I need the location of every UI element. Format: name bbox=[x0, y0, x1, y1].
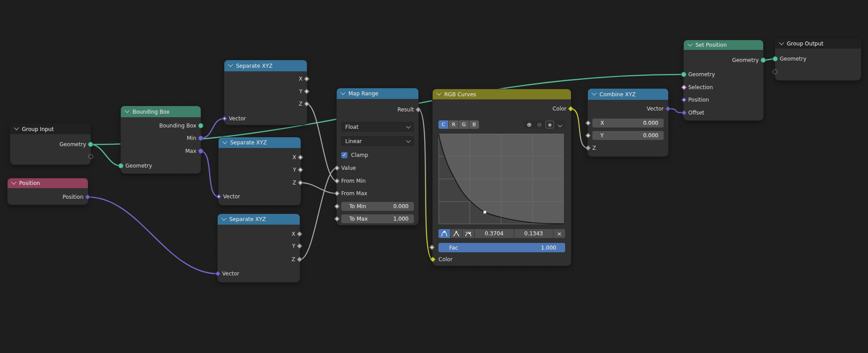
node-separate-xyz-2[interactable]: Separate XYZ X Y Z Vector bbox=[219, 137, 301, 205]
node-header[interactable]: Map Range bbox=[337, 88, 418, 99]
node-header[interactable]: RGB Curves bbox=[433, 89, 571, 99]
collapse-chevron-icon[interactable] bbox=[687, 41, 692, 46]
node-position[interactable]: Position Position bbox=[8, 178, 88, 205]
auto-clamped-handle-button[interactable] bbox=[463, 229, 474, 238]
socket-label: Position bbox=[62, 194, 83, 200]
to-min-field[interactable]: To Min 0.000 bbox=[341, 202, 414, 211]
node-header[interactable]: Group Input bbox=[10, 124, 91, 134]
socket-label: Geometry bbox=[125, 163, 152, 169]
chevron-down-icon bbox=[406, 138, 411, 143]
node-header[interactable]: Separate XYZ bbox=[218, 214, 300, 225]
node-header[interactable]: Separate XYZ bbox=[224, 60, 307, 71]
vector-handle-button[interactable] bbox=[451, 229, 462, 238]
point-y-field[interactable]: 0.1343 bbox=[514, 229, 554, 238]
geometry-input-socket[interactable] bbox=[681, 72, 686, 77]
node-bounding-box[interactable]: Bounding Box Bounding Box Min Max Geomet… bbox=[121, 106, 201, 173]
collapse-chevron-icon[interactable] bbox=[779, 40, 784, 45]
socket-label: Z bbox=[293, 180, 296, 186]
collapse-chevron-icon[interactable] bbox=[14, 125, 19, 130]
min-output-socket[interactable] bbox=[198, 135, 203, 141]
point-x-field[interactable]: 0.3704 bbox=[475, 229, 514, 238]
channel-r-button[interactable]: R bbox=[449, 120, 459, 129]
collapse-chevron-icon[interactable] bbox=[436, 90, 441, 95]
to-max-row: To Max 1.000 bbox=[341, 214, 414, 223]
node-header[interactable]: Combine XYZ bbox=[588, 89, 668, 100]
node-header[interactable]: Separate XYZ bbox=[219, 137, 301, 148]
channel-buttons: C R G B bbox=[438, 120, 479, 129]
channel-b-button[interactable]: B bbox=[469, 120, 479, 129]
curve-editor[interactable] bbox=[438, 134, 564, 224]
channel-c-button[interactable]: C bbox=[438, 120, 448, 129]
socket-label: Offset bbox=[688, 110, 704, 116]
collapse-chevron-icon[interactable] bbox=[228, 62, 233, 67]
data-type-dropdown[interactable]: Float bbox=[341, 122, 414, 131]
wire-max-to-separate2 bbox=[201, 151, 219, 197]
channel-g-button[interactable]: G bbox=[459, 120, 469, 129]
bounding-box-output-socket[interactable] bbox=[198, 123, 203, 128]
collapse-chevron-icon[interactable] bbox=[11, 179, 16, 184]
collapse-chevron-icon[interactable] bbox=[591, 90, 596, 95]
geometry-output-socket[interactable] bbox=[761, 57, 766, 63]
socket-label: Y bbox=[299, 88, 302, 94]
to-max-field[interactable]: To Max 1.000 bbox=[341, 214, 414, 223]
socket-row-max-out: Max bbox=[125, 147, 196, 156]
zoom-in-icon[interactable]: ⊕ bbox=[524, 120, 534, 129]
collapse-chevron-icon[interactable] bbox=[340, 90, 345, 94]
node-group-output[interactable]: Group Output Geometry bbox=[775, 39, 861, 80]
dropdown-value: Float bbox=[345, 124, 359, 130]
field-label: X bbox=[600, 120, 604, 126]
zoom-out-icon[interactable]: ⊖ bbox=[534, 120, 545, 129]
socket-label: From Min bbox=[341, 178, 366, 184]
node-header[interactable]: Set Position bbox=[684, 40, 763, 50]
node-map-range[interactable]: Map Range Result Float Linear ✓ Clamp Va… bbox=[337, 88, 418, 225]
virtual-input-socket[interactable] bbox=[773, 70, 777, 74]
delete-point-button[interactable]: × bbox=[554, 229, 565, 238]
curve-plot bbox=[438, 134, 564, 224]
field-label: To Min bbox=[349, 203, 366, 209]
x-field[interactable]: X 0.000 bbox=[592, 119, 664, 127]
socket-row-min-out: Min bbox=[125, 134, 196, 143]
geometry-input-socket[interactable] bbox=[118, 163, 124, 168]
socket-label: Max bbox=[185, 148, 196, 154]
node-separate-xyz-1[interactable]: Separate XYZ X Y Z Vector bbox=[224, 60, 307, 125]
auto-handle-button[interactable] bbox=[438, 229, 450, 238]
tools-menu-button[interactable] bbox=[555, 120, 565, 129]
collapse-chevron-icon[interactable] bbox=[222, 139, 227, 144]
fac-slider[interactable]: Fac 1.000 bbox=[438, 243, 565, 252]
field-value: 1.000 bbox=[393, 216, 409, 222]
clipping-options-icon[interactable]: ● bbox=[546, 121, 554, 128]
geometry-output-socket[interactable] bbox=[88, 142, 93, 147]
geometry-input-socket[interactable] bbox=[773, 56, 778, 62]
clamp-checkbox[interactable]: ✓ bbox=[341, 152, 347, 158]
clamp-label: Clamp bbox=[351, 152, 368, 158]
virtual-output-socket[interactable] bbox=[88, 154, 93, 159]
curve-control-point[interactable] bbox=[484, 211, 486, 213]
field-value: 0.000 bbox=[643, 132, 658, 139]
socket-label: Y bbox=[292, 243, 295, 249]
node-separate-xyz-3[interactable]: Separate XYZ X Y Z Vector bbox=[218, 214, 300, 282]
interpolation-row: Linear bbox=[341, 136, 414, 146]
curve-tools: ⊕ ⊖ ● bbox=[524, 120, 565, 129]
max-output-socket[interactable] bbox=[198, 148, 203, 154]
socket-label: Vector bbox=[223, 193, 240, 200]
socket-label: Min bbox=[187, 135, 196, 141]
socket-label: Color bbox=[553, 106, 566, 112]
node-group-input[interactable]: Group Input Geometry bbox=[10, 124, 91, 164]
node-combine-xyz[interactable]: Combine XYZ Vector X 0.000 Y 0.000 Z bbox=[588, 89, 668, 156]
interpolation-dropdown[interactable]: Linear bbox=[341, 136, 414, 146]
node-editor-canvas[interactable]: Group Input Geometry Position Position B… bbox=[0, 0, 868, 353]
socket-label: Geometry bbox=[59, 141, 86, 148]
node-header[interactable]: Position bbox=[8, 178, 88, 188]
collapse-chevron-icon[interactable] bbox=[221, 215, 226, 220]
y-field[interactable]: Y 0.000 bbox=[592, 131, 664, 140]
node-header[interactable]: Group Output bbox=[775, 39, 861, 49]
node-title: Set Position bbox=[695, 42, 727, 48]
socket-label: Z bbox=[299, 101, 302, 107]
socket-row-position-out: Position bbox=[12, 193, 83, 201]
node-rgb-curves[interactable]: RGB Curves Color C R G B ⊕ ⊖ ● bbox=[433, 89, 571, 266]
node-header[interactable]: Bounding Box bbox=[121, 106, 201, 117]
socket-label: Z bbox=[292, 256, 295, 263]
x-row: X 0.000 bbox=[592, 119, 664, 127]
collapse-chevron-icon[interactable] bbox=[124, 108, 129, 113]
node-set-position[interactable]: Set Position Geometry Geometry Selection… bbox=[684, 40, 763, 120]
